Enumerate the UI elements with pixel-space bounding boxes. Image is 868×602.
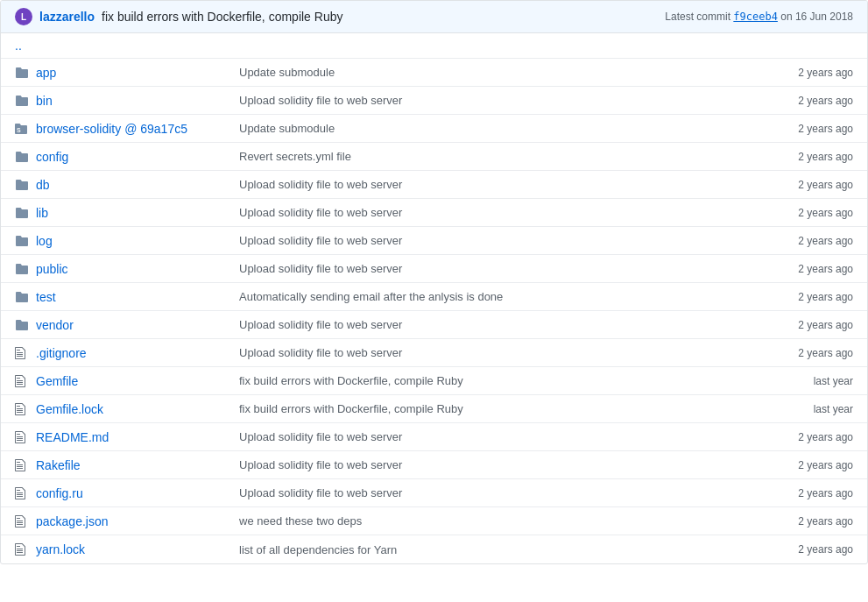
file-time: 2 years ago [766,67,853,79]
table-row: app Update submodule 2 years ago [1,59,867,87]
file-commit-message: fix build errors with Dockerfile, compil… [225,374,766,387]
file-name-link[interactable]: Gemfile.lock [36,402,103,416]
file-name-col: README.md [15,430,225,444]
file-time: 2 years ago [766,515,853,528]
file-time: 2 years ago [766,291,853,303]
folder-icon [15,234,31,248]
table-row: config.ru Upload solidity file to web se… [1,479,867,507]
folder-icon [15,94,31,108]
file-name-link[interactable]: lib [36,206,48,220]
file-name-link[interactable]: log [36,234,53,248]
file-name-col: S browser-solidity @ 69a17c5 [15,122,225,136]
file-time: 2 years ago [766,347,853,359]
file-name-link[interactable]: Rakefile [36,458,81,472]
table-row: Gemfile fix build errors with Dockerfile… [1,367,867,395]
commit-info: Latest commit f9ceeb4 on 16 Jun 2018 [665,11,853,23]
folder-icon [15,178,31,192]
file-time: 2 years ago [766,151,853,163]
file-name-col: vendor [15,318,225,332]
file-name-col: Gemfile [15,374,225,388]
folder-icon [15,262,31,276]
commit-date: on 16 Jun 2018 [780,11,853,23]
file-name-link[interactable]: README.md [36,430,109,444]
file-browser: L lazzarello fix build errors with Docke… [0,0,868,564]
file-name-link[interactable]: public [36,262,68,276]
file-name-link[interactable]: test [36,290,56,304]
file-name-link[interactable]: package.json [36,514,109,528]
table-row: vendor Upload solidity file to web serve… [1,311,867,339]
author-link[interactable]: lazzarello [39,10,95,24]
table-row: bin Upload solidity file to web server 2… [1,87,867,115]
table-row: test Automatically sending email after t… [1,283,867,311]
file-icon [15,374,31,388]
file-commit-message: Upload solidity file to web server [225,430,766,443]
file-name-col: Rakefile [15,458,225,472]
file-commit-message: Update submodule [225,66,766,79]
file-name-link[interactable]: browser-solidity @ 69a17c5 [36,122,187,136]
file-name-link[interactable]: bin [36,94,53,108]
file-icon [15,542,31,556]
file-name-link[interactable]: vendor [36,318,74,332]
file-time: 2 years ago [766,95,853,107]
file-icon [15,402,31,416]
file-name-col: config.ru [15,486,225,500]
table-row: package.json we need these two deps 2 ye… [1,507,867,535]
file-name-link[interactable]: yarn.lock [36,542,85,556]
file-time: last year [766,403,853,415]
folder-icon [15,290,31,304]
table-row: lib Upload solidity file to web server 2… [1,199,867,227]
file-commit-message: fix build errors with Dockerfile, compil… [225,402,766,415]
file-time: 2 years ago [766,319,853,331]
file-name-col: config [15,150,225,164]
folder-icon [15,206,31,220]
file-icon [15,458,31,472]
table-row: Gemfile.lock fix build errors with Docke… [1,395,867,423]
file-name-col: lib [15,206,225,220]
file-icon [15,486,31,500]
file-name-link[interactable]: db [36,178,50,192]
file-name-col: bin [15,94,225,108]
folder-icon [15,66,31,80]
svg-text:S: S [17,127,21,133]
parent-dir-row: .. [1,33,867,59]
file-name-link[interactable]: config [36,150,68,164]
file-name-col: app [15,66,225,80]
file-name-col: test [15,290,225,304]
file-commit-message: Upload solidity file to web server [225,178,766,191]
file-time: 2 years ago [766,263,853,275]
table-row: S browser-solidity @ 69a17c5 Update subm… [1,115,867,143]
file-name-col: db [15,178,225,192]
file-commit-message: Upload solidity file to web server [225,486,766,499]
file-name-col: .gitignore [15,346,225,360]
file-name-link[interactable]: Gemfile [36,374,78,388]
folder-icon [15,318,31,332]
file-time: 2 years ago [766,487,853,499]
file-name-link[interactable]: .gitignore [36,346,87,360]
commit-header: L lazzarello fix build errors with Docke… [1,1,867,33]
file-name-col: Gemfile.lock [15,402,225,416]
table-row: db Upload solidity file to web server 2 … [1,171,867,199]
file-time: 2 years ago [766,207,853,219]
folder-icon: S [15,122,31,136]
file-list: app Update submodule 2 years ago bin Upl… [1,59,867,563]
file-icon [15,346,31,360]
parent-dir-link[interactable]: .. [15,39,22,53]
file-commit-message: Upload solidity file to web server [225,234,766,247]
file-commit-message: Update submodule [225,122,766,135]
file-commit-message: Upload solidity file to web server [225,346,766,359]
file-time: 2 years ago [766,235,853,247]
file-time: 2 years ago [766,459,853,471]
file-commit-message: Upload solidity file to web server [225,262,766,275]
file-commit-message: Upload solidity file to web server [225,458,766,471]
file-name-col: public [15,262,225,276]
file-name-col: package.json [15,514,225,528]
file-name-link[interactable]: config.ru [36,486,83,500]
table-row: log Upload solidity file to web server 2… [1,227,867,255]
commit-hash-link[interactable]: f9ceeb4 [733,11,778,23]
table-row: yarn.lock list of all dependencies for Y… [1,535,867,563]
commit-label: Latest commit [665,11,730,23]
file-time: last year [766,375,853,387]
file-time: 2 years ago [766,123,853,135]
file-name-link[interactable]: app [36,66,56,80]
avatar: L [15,8,32,25]
